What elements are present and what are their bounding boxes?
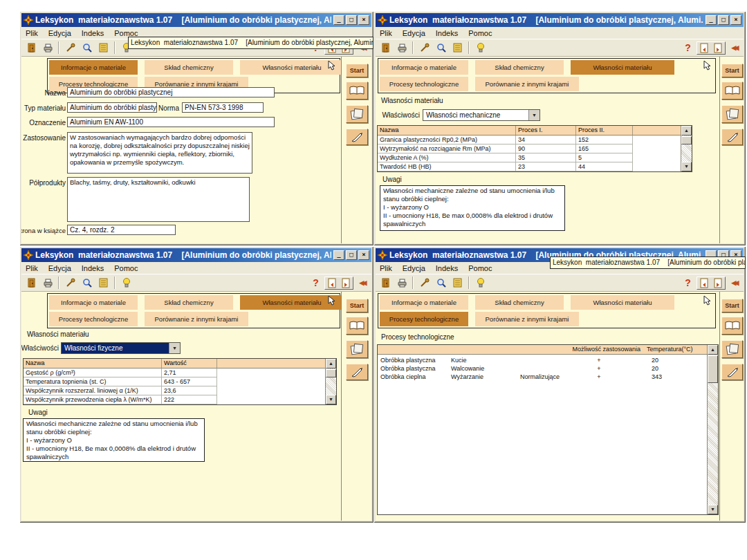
pen-icon[interactable] [721,129,743,145]
menu-pomoc[interactable]: Pomoc [114,29,138,37]
menu-edycja[interactable]: Edycja [403,29,425,37]
norma-input[interactable]: PN-EN 573-3 1998 [182,102,264,113]
exit-door-icon[interactable] [377,41,393,55]
tab-sklad[interactable]: Skład chemiczny [145,60,233,75]
minimize-button[interactable]: _ [706,15,717,25]
nazwa-input[interactable]: Aluminium do obróbki plastycznej [67,87,275,97]
notes-icon[interactable] [721,340,743,358]
close-button[interactable]: × [730,15,741,25]
scroll-down-icon[interactable]: ▼ [326,395,336,404]
menu-indeks[interactable]: Indeks [82,29,104,37]
menu-edycja[interactable]: Edycja [48,264,71,272]
menu-plik[interactable]: Plik [380,264,392,272]
prev-page-icon[interactable] [697,277,711,289]
menu-pomoc[interactable]: Pomoc [114,264,138,272]
history-back-icon[interactable]: ◀◀ [726,41,742,55]
tab-sklad[interactable]: Skład chemiczny [475,60,564,75]
notes-icon[interactable] [721,105,743,123]
tab-informacje[interactable]: Informacje o materiale [49,60,138,75]
close-button[interactable]: × [358,15,369,25]
table-row[interactable]: Współczynnik rozszerzal. liniowej α (1/K… [24,386,217,395]
pen-icon[interactable] [346,129,368,145]
scroll-thumb[interactable] [326,369,336,377]
book-icon[interactable] [721,82,743,100]
zastosowanie-textarea[interactable]: W zastosowaniach wymagających bardzo dob… [67,132,252,174]
exit-door-icon[interactable] [23,41,39,55]
history-back-icon[interactable]: ◀◀ [354,276,370,290]
key-icon[interactable] [62,276,78,290]
table-row[interactable]: Gęstość ρ (g/cm³) 2,71 [24,368,217,377]
key-icon[interactable] [62,41,78,55]
start-button[interactable]: Start [346,299,368,312]
help-question-icon[interactable]: ? [308,276,324,290]
print-icon[interactable] [39,41,55,55]
key-icon[interactable] [416,276,432,290]
scroll-thumb[interactable] [681,136,692,144]
prev-page-icon[interactable] [325,277,339,289]
index-list-icon[interactable] [95,41,111,55]
menu-indeks[interactable]: Indeks [436,29,458,37]
minimize-button[interactable]: _ [333,15,344,25]
chevron-down-icon[interactable]: ▼ [528,110,540,120]
next-page-icon[interactable] [339,277,353,289]
table-row[interactable]: Wytrzymałość na rozciąganie Rm (MPa) 90 … [378,144,633,153]
tab-procesy[interactable]: Procesy technologiczne [380,77,468,91]
maximize-button[interactable]: □ [346,15,357,25]
search-icon[interactable] [79,41,95,55]
tab-informacje[interactable]: Informacje o materiale [49,295,138,310]
properties-combobox[interactable]: Własności mechaniczne ▼ [423,109,540,121]
lightbulb-icon[interactable] [472,276,488,290]
close-button[interactable]: × [358,250,369,260]
scroll-up-icon[interactable]: ▲ [708,345,718,355]
menu-indeks[interactable]: Indeks [82,264,104,272]
search-icon[interactable] [433,41,449,55]
scrollbar[interactable]: ▲ ▼ [707,345,718,514]
titlebar[interactable]: Leksykon materiałoznawstwa 1.07 [Alumini… [376,13,744,27]
tab-informacje[interactable]: Informacje o materiale [380,60,468,75]
book-icon[interactable] [346,82,368,100]
pen-icon[interactable] [721,364,743,380]
book-icon[interactable] [346,317,368,335]
scroll-down-icon[interactable]: ▼ [681,162,692,171]
table-row[interactable]: Granica plastyczności Rp0,2 (MPa) 34 152 [378,136,633,144]
menu-plik[interactable]: Plik [380,29,392,37]
tab-sklad[interactable]: Skład chemiczny [475,295,564,310]
scroll-up-icon[interactable]: ▲ [326,359,336,368]
polprodukty-textarea[interactable]: Blachy, taśmy, druty, kształtowniki, odk… [67,177,250,222]
titlebar[interactable]: Leksykon materiałoznawstwa 1.07 [Alumini… [21,13,371,27]
notes-icon[interactable] [346,340,368,358]
scroll-up-icon[interactable]: ▲ [681,126,692,136]
key-icon[interactable] [416,41,432,55]
uwagi-textarea[interactable]: Własności mechaniczne zależne od stanu u… [23,418,205,462]
menu-edycja[interactable]: Edycja [48,29,71,37]
index-list-icon[interactable] [95,276,111,290]
book-icon[interactable] [721,317,743,335]
start-button[interactable]: Start [346,64,368,77]
lightbulb-icon[interactable] [118,276,134,290]
tab-procesy[interactable]: Procesy technologiczne [380,312,468,326]
table-row[interactable]: Współczynnik przewodzenia ciepła λ (W/m*… [24,395,217,404]
search-icon[interactable] [79,276,95,290]
strona-input[interactable]: Cz. 4, rozdz. 2 [67,225,176,235]
titlebar[interactable]: Leksykon materiałoznawstwa 1.07 [Alumini… [21,248,371,262]
start-button[interactable]: Start [721,299,743,312]
prev-page-icon[interactable] [697,42,711,54]
tab-wlasnosci[interactable]: Własności materiału [571,60,674,75]
print-icon[interactable] [39,276,55,290]
exit-door-icon[interactable] [23,276,39,290]
tab-wlasnosci[interactable]: Własności materiału [571,295,674,310]
tab-sklad[interactable]: Skład chemiczny [145,295,233,310]
typ-materialu-input[interactable]: Aluminium do obróbki plastycznej [67,102,157,113]
history-back-icon[interactable]: ◀◀ [726,276,742,290]
next-page-icon[interactable] [711,277,725,289]
tab-porownanie[interactable]: Porównanie z innymi krajami [475,312,579,326]
menu-pomoc[interactable]: Pomoc [468,29,492,37]
table-row[interactable]: Temperatura topnienia (st. C) 643 - 657 [24,377,217,386]
uwagi-textarea[interactable]: Własności mechaniczne zależne od stanu u… [380,185,565,231]
scrollbar[interactable]: ▲ ▼ [681,126,692,171]
minimize-button[interactable]: _ [333,250,344,260]
chevron-down-icon[interactable]: ▼ [169,343,180,353]
index-list-icon[interactable] [450,41,465,55]
table-row[interactable]: Wydłużenie A (%) 35 5 [378,153,633,162]
menu-indeks[interactable]: Indeks [436,264,458,272]
